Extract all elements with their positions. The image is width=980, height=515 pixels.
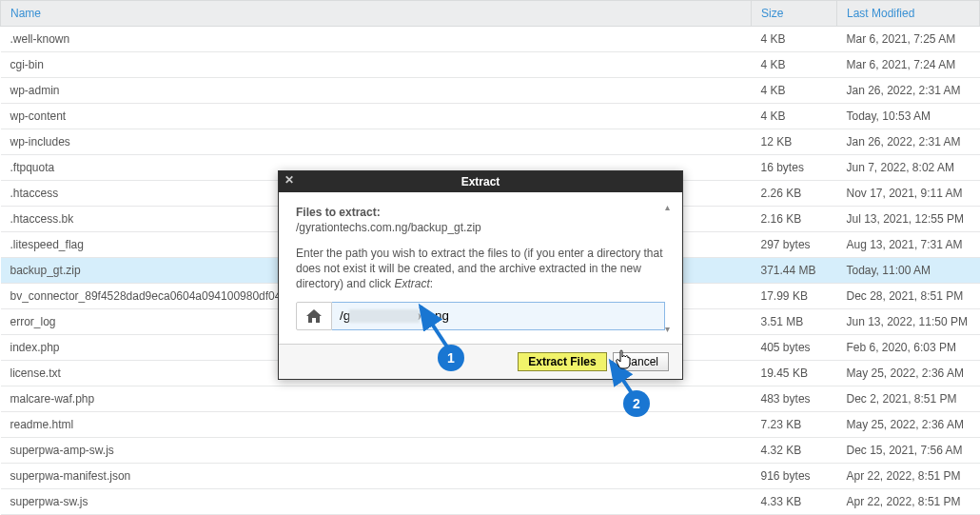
- header-name[interactable]: Name: [1, 1, 752, 27]
- cell-name: wp-content: [1, 104, 752, 129]
- cell-name: superpwa-sw.js: [1, 489, 752, 515]
- cell-size: 4.33 KB: [752, 489, 837, 515]
- cell-size: 19.45 KB: [752, 361, 837, 386]
- cell-modified: Aug 13, 2021, 7:31 AM: [836, 232, 979, 258]
- cell-modified: Jun 7, 2022, 8:02 AM: [836, 155, 979, 181]
- file-path: /gyrationtechs.com.ng/backup_gt.zip: [296, 221, 665, 234]
- cancel-button[interactable]: Cancel: [613, 352, 669, 371]
- cell-modified: Today, 10:53 AM: [836, 104, 979, 129]
- cell-size: 4.32 KB: [752, 438, 837, 464]
- dialog-title: Extract: [461, 175, 500, 188]
- header-size[interactable]: Size: [752, 1, 837, 27]
- cell-size: 4 KB: [752, 27, 837, 52]
- cell-modified: Jul 13, 2021, 12:55 PM: [836, 207, 979, 232]
- hint-text: Enter the path you wish to extract the f…: [296, 246, 665, 292]
- dialog-scrollbar[interactable]: ▴ ▾: [665, 202, 680, 334]
- table-row[interactable]: wp-includes12 KBJan 26, 2022, 2:31 AM: [1, 129, 980, 155]
- cell-size: 2.26 KB: [752, 181, 837, 207]
- table-row[interactable]: readme.html7.23 KBMay 25, 2022, 2:36 AM: [1, 412, 980, 438]
- cell-modified: Apr 22, 2022, 8:51 PM: [836, 464, 979, 489]
- path-input[interactable]: [332, 302, 665, 330]
- header-modified[interactable]: Last Modified: [836, 1, 979, 27]
- table-row[interactable]: wp-content4 KBToday, 10:53 AM: [1, 104, 980, 129]
- cell-size: 2.16 KB: [752, 207, 837, 232]
- cell-size: 12 KB: [752, 129, 837, 155]
- cell-size: 4 KB: [752, 104, 837, 129]
- cell-modified: Apr 22, 2022, 8:51 PM: [836, 489, 979, 515]
- cell-size: 483 bytes: [752, 386, 837, 412]
- cell-modified: Feb 6, 2020, 6:03 PM: [836, 335, 979, 361]
- cell-name: cgi-bin: [1, 52, 752, 78]
- cell-modified: Dec 15, 2021, 7:56 AM: [836, 438, 979, 464]
- files-label: Files to extract:: [296, 206, 665, 219]
- path-row: [296, 302, 665, 330]
- cell-name: malcare-waf.php: [1, 386, 752, 412]
- cell-modified: May 25, 2022, 2:36 AM: [836, 361, 979, 386]
- cell-modified: May 25, 2022, 2:36 AM: [836, 412, 979, 438]
- table-row[interactable]: wp-admin4 KBJan 26, 2022, 2:31 AM: [1, 78, 980, 104]
- cell-modified: Mar 6, 2021, 7:25 AM: [836, 27, 979, 52]
- cell-name: .well-known: [1, 27, 752, 52]
- table-row[interactable]: .well-known4 KBMar 6, 2021, 7:25 AM: [1, 27, 980, 52]
- cell-modified: Mar 6, 2021, 7:24 AM: [836, 52, 979, 78]
- cell-modified: Jan 26, 2022, 2:31 AM: [836, 129, 979, 155]
- cell-size: 4 KB: [752, 52, 837, 78]
- home-icon: [306, 309, 322, 323]
- cell-modified: Jan 26, 2022, 2:31 AM: [836, 78, 979, 104]
- cell-size: 916 bytes: [752, 464, 837, 489]
- scroll-up-icon[interactable]: ▴: [665, 202, 680, 212]
- cell-size: 297 bytes: [752, 232, 837, 258]
- dialog-footer: Extract Files Cancel: [279, 344, 682, 379]
- close-icon[interactable]: ✕: [284, 173, 294, 187]
- extract-files-button[interactable]: Extract Files: [518, 352, 606, 371]
- cell-size: 4 KB: [752, 78, 837, 104]
- table-row[interactable]: cgi-bin4 KBMar 6, 2021, 7:24 AM: [1, 52, 980, 78]
- cell-size: 371.44 MB: [752, 258, 837, 284]
- cell-modified: Dec 2, 2021, 8:51 PM: [836, 386, 979, 412]
- cell-name: wp-admin: [1, 78, 752, 104]
- cell-size: 17.99 KB: [752, 284, 837, 309]
- cell-modified: Jun 13, 2022, 11:50 PM: [836, 309, 979, 335]
- cell-modified: Dec 28, 2021, 8:51 PM: [836, 284, 979, 309]
- cell-modified: Today, 11:00 AM: [836, 258, 979, 284]
- cell-size: 7.23 KB: [752, 412, 837, 438]
- extract-dialog: ✕ Extract ▴ ▾ Files to extract: /gyratio…: [278, 170, 683, 380]
- table-row[interactable]: superpwa-amp-sw.js4.32 KBDec 15, 2021, 7…: [1, 438, 980, 464]
- table-row[interactable]: superpwa-manifest.json916 bytesApr 22, 2…: [1, 464, 980, 489]
- scroll-down-icon[interactable]: ▾: [665, 324, 680, 334]
- cell-name: superpwa-manifest.json: [1, 464, 752, 489]
- cell-size: 3.51 MB: [752, 309, 837, 335]
- table-row[interactable]: superpwa-sw.js4.33 KBApr 22, 2022, 8:51 …: [1, 489, 980, 515]
- cell-size: 16 bytes: [752, 155, 837, 181]
- cell-name: superpwa-amp-sw.js: [1, 438, 752, 464]
- cell-name: readme.html: [1, 412, 752, 438]
- home-button[interactable]: [296, 302, 332, 330]
- cell-modified: Nov 17, 2021, 9:11 AM: [836, 181, 979, 207]
- dialog-body: ▴ ▾ Files to extract: /gyrationtechs.com…: [279, 192, 682, 344]
- table-row[interactable]: malcare-waf.php483 bytesDec 2, 2021, 8:5…: [1, 386, 980, 412]
- cell-name: wp-includes: [1, 129, 752, 155]
- dialog-header: ✕ Extract: [279, 171, 682, 192]
- cell-size: 405 bytes: [752, 335, 837, 361]
